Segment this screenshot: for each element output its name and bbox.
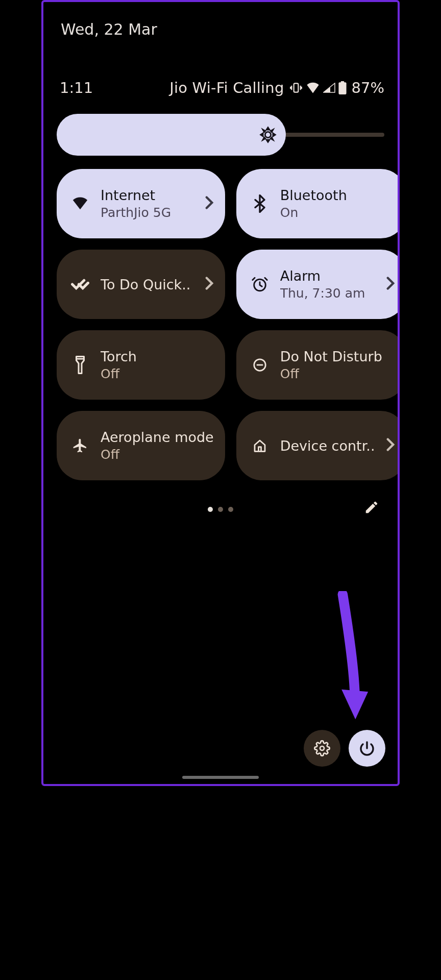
quick-settings-grid: Internet ParthJio 5G Bluetooth On To Do … bbox=[57, 169, 384, 480]
airplane-icon bbox=[71, 437, 89, 454]
gesture-nav-pill[interactable] bbox=[182, 776, 259, 779]
power-icon bbox=[359, 740, 375, 756]
tile-subtitle: On bbox=[280, 205, 396, 220]
tile-subtitle: Off bbox=[101, 366, 214, 381]
status-bar-right: Jio Wi-Fi Calling 87% bbox=[169, 79, 384, 96]
dnd-icon bbox=[251, 357, 269, 373]
home-icon bbox=[251, 438, 269, 453]
pagination-row bbox=[57, 502, 384, 517]
tile-subtitle: Off bbox=[280, 366, 396, 381]
annotation-arrow bbox=[324, 591, 370, 724]
svg-rect-0 bbox=[293, 83, 298, 92]
page-dot bbox=[208, 507, 213, 512]
tile-title: Do Not Disturb bbox=[280, 349, 396, 364]
edit-tiles-button[interactable] bbox=[364, 500, 379, 517]
device-controls-tile[interactable]: Device contr.. bbox=[236, 411, 400, 480]
tile-title: Alarm bbox=[280, 268, 375, 284]
internet-tile[interactable]: Internet ParthJio 5G bbox=[57, 169, 225, 238]
status-icons bbox=[289, 81, 347, 94]
wifi-icon bbox=[71, 197, 89, 211]
alarm-tile[interactable]: Alarm Thu, 7:30 am bbox=[236, 250, 400, 319]
tile-title: To Do Quick.. bbox=[101, 277, 193, 292]
svg-rect-1 bbox=[338, 82, 346, 94]
tile-title: Torch bbox=[101, 349, 214, 364]
page-dots[interactable] bbox=[208, 507, 233, 512]
gear-icon bbox=[314, 740, 330, 756]
svg-point-6 bbox=[320, 746, 324, 750]
tile-subtitle: ParthJio 5G bbox=[101, 205, 193, 220]
brightness-icon bbox=[259, 126, 277, 143]
torch-icon bbox=[71, 356, 89, 374]
chevron-right-icon[interactable] bbox=[205, 195, 214, 212]
tile-title: Aeroplane mode bbox=[101, 429, 214, 445]
page-dot bbox=[218, 507, 223, 512]
pencil-icon bbox=[364, 500, 379, 515]
status-bar: 1:11 Jio Wi-Fi Calling 87% bbox=[43, 38, 398, 96]
dnd-tile[interactable]: Do Not Disturb Off bbox=[236, 330, 400, 400]
signal-icon bbox=[323, 83, 335, 93]
brightness-slider[interactable] bbox=[57, 114, 384, 156]
date-label: Wed, 22 Mar bbox=[43, 2, 398, 38]
vibrate-icon bbox=[289, 81, 303, 94]
todo-quick-tile[interactable]: To Do Quick.. bbox=[57, 250, 225, 319]
tile-subtitle: Off bbox=[101, 447, 214, 462]
torch-tile[interactable]: Torch Off bbox=[57, 330, 225, 400]
checkmark-icon bbox=[71, 278, 89, 291]
svg-rect-2 bbox=[340, 81, 344, 83]
tile-subtitle: Thu, 7:30 am bbox=[280, 286, 375, 301]
tile-title: Internet bbox=[101, 187, 193, 203]
svg-point-3 bbox=[265, 132, 271, 137]
tile-title: Bluetooth bbox=[280, 187, 396, 203]
power-button[interactable] bbox=[349, 730, 385, 767]
wifi-icon bbox=[306, 82, 320, 94]
alarm-clock-icon bbox=[251, 276, 269, 293]
settings-button[interactable] bbox=[304, 730, 340, 767]
bottom-actions bbox=[304, 730, 385, 767]
battery-percentage: 87% bbox=[352, 79, 384, 96]
aeroplane-mode-tile[interactable]: Aeroplane mode Off bbox=[57, 411, 225, 480]
carrier-label: Jio Wi-Fi Calling bbox=[169, 79, 284, 96]
chevron-right-icon[interactable] bbox=[386, 437, 395, 454]
page-dot bbox=[228, 507, 233, 512]
chevron-right-icon[interactable] bbox=[205, 276, 214, 292]
bluetooth-tile[interactable]: Bluetooth On bbox=[236, 169, 400, 238]
tile-title: Device contr.. bbox=[280, 438, 375, 454]
clock-time: 1:11 bbox=[60, 79, 93, 96]
chevron-right-icon[interactable] bbox=[386, 276, 395, 292]
battery-icon bbox=[338, 81, 347, 94]
bluetooth-icon bbox=[251, 194, 269, 213]
